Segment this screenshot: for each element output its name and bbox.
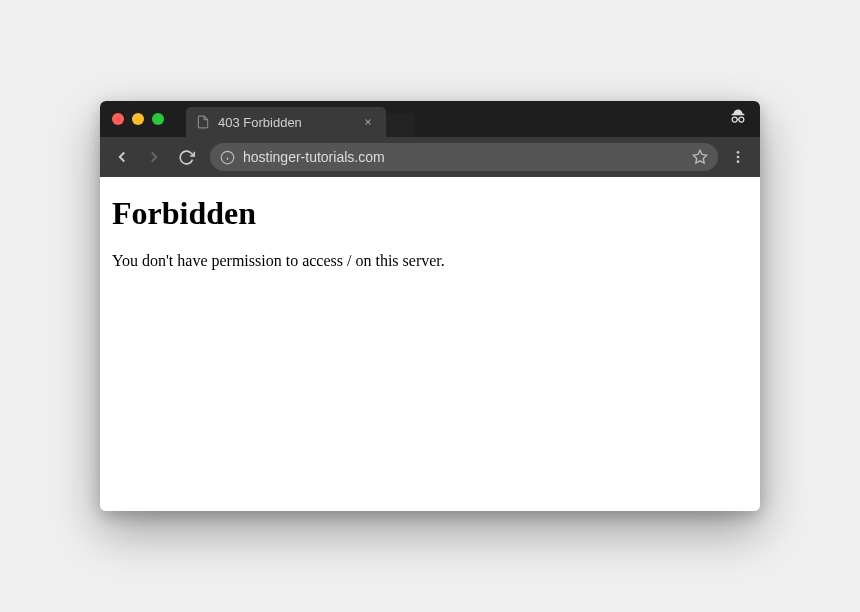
incognito-icon: [728, 107, 748, 131]
maximize-window-button[interactable]: [152, 113, 164, 125]
svg-point-11: [737, 160, 740, 163]
file-icon: [196, 115, 210, 129]
bookmark-icon[interactable]: [692, 149, 708, 165]
error-message: You don't have permission to access / on…: [112, 252, 748, 270]
reload-button[interactable]: [174, 145, 198, 169]
svg-marker-8: [693, 150, 706, 163]
window-controls: [112, 113, 164, 125]
address-bar[interactable]: hostinger-tutorials.com: [210, 143, 718, 171]
tab-title: 403 Forbidden: [218, 115, 352, 130]
menu-button[interactable]: [726, 149, 750, 165]
forward-button[interactable]: [142, 145, 166, 169]
svg-point-9: [737, 151, 740, 154]
svg-point-10: [737, 156, 740, 159]
svg-point-3: [739, 117, 744, 122]
browser-window: 403 Forbidden: [100, 101, 760, 511]
browser-tab[interactable]: 403 Forbidden: [186, 107, 386, 137]
page-heading: Forbidden: [112, 195, 748, 232]
back-button[interactable]: [110, 145, 134, 169]
minimize-window-button[interactable]: [132, 113, 144, 125]
close-tab-button[interactable]: [360, 114, 376, 130]
page-content: Forbidden You don't have permission to a…: [100, 177, 760, 511]
url-text: hostinger-tutorials.com: [243, 149, 684, 165]
titlebar: 403 Forbidden: [100, 101, 760, 137]
toolbar: hostinger-tutorials.com: [100, 137, 760, 177]
svg-point-2: [732, 117, 737, 122]
close-window-button[interactable]: [112, 113, 124, 125]
new-tab-hint[interactable]: [386, 113, 414, 137]
site-info-icon[interactable]: [220, 150, 235, 165]
